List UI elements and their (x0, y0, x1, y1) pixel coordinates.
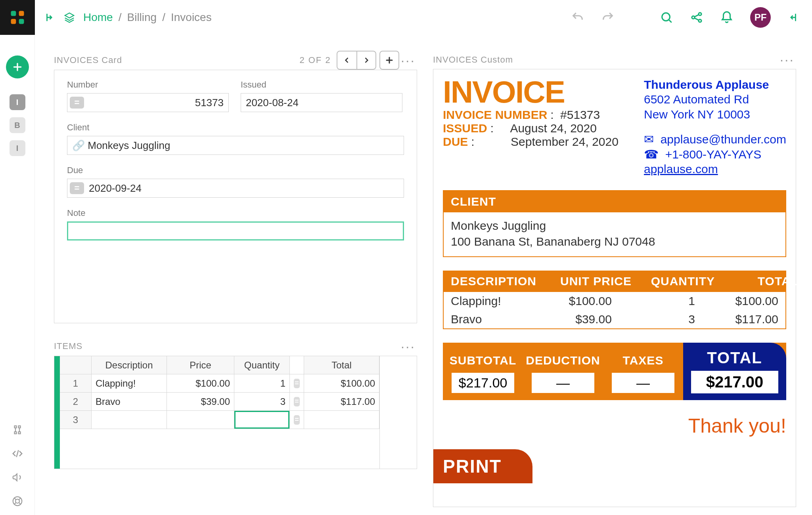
cell-qty[interactable]: 3 (234, 393, 290, 411)
prev-record-button[interactable] (337, 52, 356, 69)
client-field[interactable]: Monkeys Juggling (67, 136, 404, 155)
col-chip (290, 356, 304, 374)
row-number[interactable]: 3 (60, 411, 92, 429)
items-section-header: ITEMS ··· (54, 337, 417, 356)
card-pager: 2 OF 2 (299, 55, 331, 65)
row-number[interactable]: 2 (60, 393, 92, 411)
crumb-invoices[interactable]: Invoices (171, 11, 212, 24)
formula-chip-icon: = (70, 182, 84, 194)
note-field[interactable] (67, 221, 404, 240)
totals-bar: SUBTOTAL $217.00 DEDUCTION — TAXES — TOT… (443, 343, 786, 400)
items-menu-icon[interactable]: ··· (399, 339, 417, 354)
svg-point-8 (13, 497, 22, 506)
row-number[interactable]: 1 (60, 374, 92, 393)
deduction-value: — (532, 373, 594, 393)
due-field[interactable]: = 2020-09-24 (67, 179, 404, 198)
grid-accent (54, 356, 60, 469)
items-grid: Description Price Quantity Total 1 Clapp… (54, 356, 417, 469)
print-button[interactable]: PRINT (433, 449, 532, 483)
invoice-heading: INVOICE (443, 77, 619, 107)
subtotal-value: $217.00 (452, 373, 514, 393)
crumb-billing[interactable]: Billing (127, 11, 157, 24)
issued-label: Issued (241, 80, 402, 90)
nav-item-2[interactable]: I (10, 140, 25, 156)
main: INVOICES Card 2 OF 2 ··· Number = (35, 35, 812, 515)
taxes-value: — (612, 373, 674, 393)
cell-total[interactable]: $117.00 (304, 393, 379, 411)
megaphone-icon[interactable] (11, 471, 23, 483)
card-section-header: INVOICES Card 2 OF 2 ··· (54, 51, 417, 70)
col-quantity[interactable]: Quantity (234, 356, 290, 374)
company-site[interactable]: applause.com (644, 162, 718, 175)
cell-total[interactable] (304, 411, 379, 429)
cell-price[interactable]: $100.00 (167, 374, 234, 393)
add-record-button[interactable] (379, 51, 399, 70)
svg-point-9 (15, 499, 19, 503)
number-field[interactable]: = 51373 (67, 93, 229, 112)
cell-price[interactable] (167, 411, 234, 429)
cell-price[interactable]: $39.00 (167, 393, 234, 411)
code-icon[interactable] (11, 448, 23, 460)
company-email[interactable]: ✉ applause@thunder.com (644, 132, 786, 147)
panel-toggle-right-icon[interactable] (787, 11, 801, 24)
col-price[interactable]: Price (167, 356, 234, 374)
bell-icon[interactable] (720, 11, 733, 24)
cell-chip: = (290, 374, 304, 393)
search-icon[interactable] (660, 11, 673, 24)
panel-toggle-left-icon[interactable] (43, 12, 54, 23)
cell-qty[interactable]: 1 (234, 374, 290, 393)
col-description[interactable]: Description (92, 356, 167, 374)
svg-rect-7 (18, 432, 20, 434)
help-icon[interactable] (11, 495, 23, 507)
client-box: CLIENT Monkeys Juggling 100 Banana St, B… (443, 190, 786, 257)
left-column: INVOICES Card 2 OF 2 ··· Number = (54, 51, 417, 507)
invoice-preview: INVOICE INVOICE NUMBER: #51373 ISSUED: A… (433, 69, 796, 507)
line-items-table: DESCRIPTION UNIT PRICE QUANTITY TOTAL Cl… (443, 271, 786, 329)
settings-icon[interactable] (11, 424, 23, 436)
cell-qty-selected[interactable] (234, 411, 290, 429)
svg-rect-0 (11, 11, 16, 16)
card-menu-icon[interactable]: ··· (399, 53, 417, 68)
issued-field[interactable]: 2020-08-24 (241, 93, 402, 112)
cell-chip: = (290, 411, 304, 429)
total-value: $217.00 (691, 371, 778, 393)
table-row: Clapping! $100.00 1 $100.00 (444, 292, 785, 310)
cell-desc[interactable]: Bravo (92, 393, 167, 411)
preview-section-header: INVOICES Custom ··· (433, 51, 796, 69)
nav-item-1[interactable]: B (10, 117, 25, 133)
cell-chip: = (290, 393, 304, 411)
invoice-card: Number = 51373 Issued 2020-08-24 Client … (54, 70, 417, 323)
app-logo[interactable] (0, 0, 35, 35)
table-row: Bravo $39.00 3 $117.00 (444, 310, 785, 328)
due-label: Due (67, 165, 404, 175)
svg-rect-4 (14, 426, 16, 428)
add-button[interactable] (6, 55, 29, 78)
client-label: Client (67, 122, 404, 133)
grid-corner (60, 356, 92, 374)
avatar[interactable]: PF (750, 7, 771, 28)
card-section-title: INVOICES Card (54, 55, 122, 65)
cell-desc[interactable]: Clapping! (92, 374, 167, 393)
thanks-text: Thank you! (443, 414, 786, 437)
left-rail: I B I (0, 0, 35, 515)
company-phone: ☎ +1-800-YAY-YAYS (644, 147, 786, 162)
cell-desc[interactable] (92, 411, 167, 429)
undo-icon[interactable] (571, 11, 584, 24)
right-column: INVOICES Custom ··· INVOICE INVOICE NUMB… (433, 51, 796, 507)
items-section-title: ITEMS (54, 341, 82, 351)
redo-icon[interactable] (601, 11, 615, 24)
svg-rect-1 (19, 11, 24, 16)
formula-chip-icon: = (70, 97, 84, 109)
nav-item-0[interactable]: I (10, 94, 25, 110)
preview-menu-icon[interactable]: ··· (778, 52, 796, 67)
cell-total[interactable]: $100.00 (304, 374, 379, 393)
pages-icon[interactable] (63, 11, 75, 23)
crumb-home[interactable]: Home (83, 11, 113, 24)
number-label: Number (67, 80, 229, 90)
share-icon[interactable] (690, 11, 703, 24)
company-block: Thunderous Applause 6502 Automated Rd Ne… (644, 77, 786, 177)
topbar: Home / Billing / Invoices PF (35, 0, 812, 35)
col-total[interactable]: Total (304, 356, 379, 374)
breadcrumb: Home / Billing / Invoices (83, 11, 212, 24)
next-record-button[interactable] (356, 52, 375, 69)
